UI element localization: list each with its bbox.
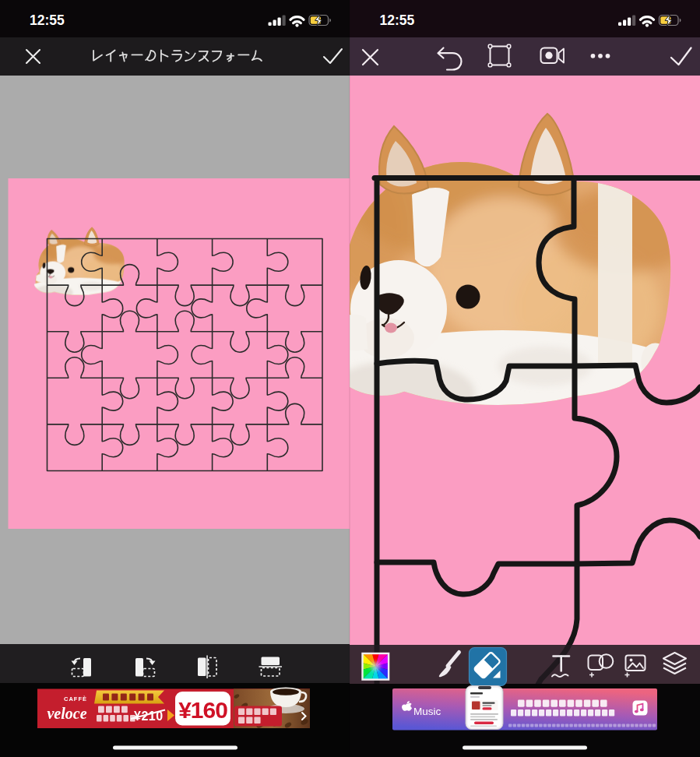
svg-text:12:55: 12:55 [380,12,415,28]
svg-text:Music: Music [413,706,441,717]
svg-text:12:55: 12:55 [30,12,65,28]
svg-text:veloce: veloce [47,705,86,722]
svg-text:CAFFÈ: CAFFÈ [64,695,87,702]
svg-text:¥160: ¥160 [178,697,227,723]
